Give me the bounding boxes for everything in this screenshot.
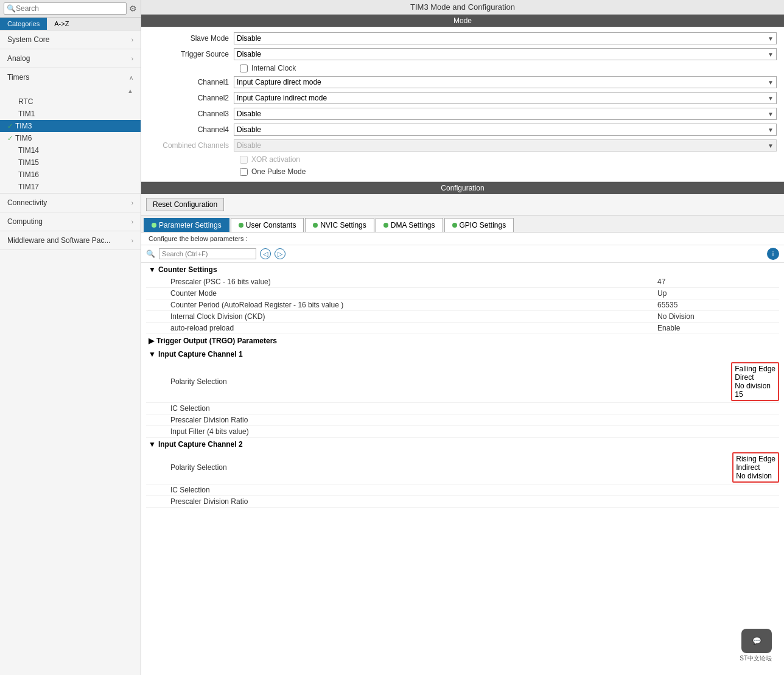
channel2-label: Channel2: [149, 94, 234, 102]
tab-user-constants[interactable]: User Constants: [231, 218, 304, 232]
combined-channels-select: Disable ▼: [234, 139, 777, 152]
check-icon-tim3: ✓: [7, 122, 13, 130]
trigger-source-label: Trigger Source: [149, 50, 234, 58]
param-value-prescaler-ch1: No division: [735, 382, 775, 390]
channel3-select[interactable]: Disable ▼: [234, 108, 777, 120]
chevron-right-icon: ›: [131, 200, 133, 206]
collapse-icon[interactable]: ▲: [127, 88, 133, 94]
chat-icon-symbol: 💬: [752, 637, 761, 645]
sidebar-item-timers[interactable]: Timers ∧: [0, 68, 141, 86]
param-prescaler: Prescaler (PSC - 16 bits value) 47: [146, 276, 779, 288]
sidebar-item-tim16[interactable]: TIM16: [0, 169, 141, 181]
channel1-select[interactable]: Input Capture direct mode ▼: [234, 76, 777, 88]
param-ckd: Internal Clock Division (CKD) No Divisio…: [146, 311, 779, 323]
internal-clock-label: Internal Clock: [251, 64, 296, 72]
sidebar-item-label-computing: Computing: [7, 217, 43, 226]
group-trgo[interactable]: ▶ Trigger Output (TRGO) Parameters: [146, 334, 779, 348]
sidebar-item-tim17[interactable]: TIM17: [0, 181, 141, 193]
chevron-right-icon: ›: [131, 37, 133, 43]
param-prescaler-ch2: Prescaler Division Ratio: [146, 496, 779, 508]
xor-activation-row: XOR activation: [149, 153, 777, 166]
timers-sub-items: ▲ RTC TIM1 ✓ TIM3 ✓ TIM6 TIM14 TIM15: [0, 86, 141, 193]
search-input[interactable]: [16, 4, 124, 13]
dropdown-arrow-icon: ▼: [768, 35, 774, 42]
sidebar-item-label-connectivity: Connectivity: [7, 198, 47, 207]
info-icon[interactable]: i: [767, 248, 779, 260]
tab-categories[interactable]: Categories: [0, 18, 47, 30]
param-value-counter-period: 65535: [657, 301, 779, 309]
gear-icon[interactable]: ⚙: [129, 4, 137, 13]
dropdown-arrow-icon: ▼: [768, 79, 774, 86]
tim3-label: TIM3: [15, 122, 32, 130]
param-name-polarity-ch1: Polarity Selection: [170, 377, 731, 386]
trigger-source-value: Disable: [237, 50, 261, 58]
section-timers: Timers ∧ ▲ RTC TIM1 ✓ TIM3 ✓ TIM6 TIM14: [0, 68, 141, 194]
param-value-polarity-ch1: Falling Edge: [735, 365, 775, 373]
param-counter-period: Counter Period (AutoReload Register - 16…: [146, 299, 779, 311]
reset-config-button[interactable]: Reset Configuration: [146, 198, 224, 211]
channel4-row: Channel4 Disable ▼: [149, 122, 777, 138]
tab-nvic-settings[interactable]: NVIC Settings: [305, 218, 374, 232]
slave-mode-value: Disable: [237, 34, 261, 43]
sidebar-item-rtc[interactable]: RTC: [0, 96, 141, 108]
section-analog: Analog ›: [0, 49, 141, 68]
sidebar-item-label-middleware: Middleware and Software Pac...: [7, 236, 110, 245]
tim14-label: TIM14: [18, 146, 39, 155]
chat-bubble[interactable]: 💬 ST中文论坛: [740, 629, 772, 663]
chat-icon[interactable]: 💬: [741, 629, 772, 653]
group-counter-settings[interactable]: ▼ Counter Settings: [146, 263, 779, 276]
expand-icon: ▶: [149, 337, 154, 345]
tab-atoz[interactable]: A->Z: [47, 18, 76, 30]
config-search-input[interactable]: [159, 248, 256, 259]
search-icon: 🔍: [146, 250, 155, 258]
sidebar-item-tim6[interactable]: ✓ TIM6: [0, 132, 141, 144]
sidebar-item-tim1[interactable]: TIM1: [0, 108, 141, 120]
param-name-counter-mode: Counter Mode: [170, 289, 657, 298]
tim17-label: TIM17: [18, 183, 39, 191]
next-icon[interactable]: ▷: [275, 248, 285, 259]
chevron-down-icon: ∧: [129, 74, 133, 81]
param-value-polarity-ch2: Rising Edge: [736, 455, 775, 463]
tab-dma-settings[interactable]: DMA Settings: [376, 218, 443, 232]
group-ic-channel1[interactable]: ▼ Input Capture Channel 1: [146, 348, 779, 361]
xor-activation-checkbox: [240, 156, 248, 164]
check-icon-tim6: ✓: [7, 135, 13, 142]
channel4-select[interactable]: Disable ▼: [234, 124, 777, 136]
config-section-header: Configuration: [141, 182, 784, 194]
param-value-prescaler: 47: [657, 278, 779, 286]
param-value-ic-sel-ch1: Direct: [735, 373, 775, 382]
dot-icon: [152, 223, 156, 228]
param-counter-mode: Counter Mode Up: [146, 288, 779, 299]
trigger-source-select[interactable]: Disable ▼: [234, 48, 777, 60]
group-ic-channel2[interactable]: ▼ Input Capture Channel 2: [146, 438, 779, 451]
chat-label: ST中文论坛: [740, 654, 772, 663]
mode-panel: Mode Slave Mode Disable ▼ Trigger Source…: [141, 15, 784, 181]
group-label-trgo: Trigger Output (TRGO) Parameters: [156, 337, 277, 345]
collapse-icon: ▼: [149, 440, 156, 449]
one-pulse-label: One Pulse Mode: [251, 167, 306, 176]
one-pulse-checkbox[interactable]: [240, 168, 248, 176]
sidebar-item-computing[interactable]: Computing ›: [0, 212, 141, 231]
sidebar-item-tim14[interactable]: TIM14: [0, 144, 141, 156]
param-name-autoreload-preload: auto-reload preload: [170, 324, 657, 332]
sidebar-item-system-core[interactable]: System Core ›: [0, 30, 141, 49]
prev-icon[interactable]: ◁: [260, 248, 271, 259]
sidebar-item-tim3[interactable]: ✓ TIM3: [0, 120, 141, 132]
slave-mode-select[interactable]: Disable ▼: [234, 32, 777, 44]
channel2-select[interactable]: Input Capture indirect mode ▼: [234, 92, 777, 104]
tab-gpio-settings[interactable]: GPIO Settings: [444, 218, 514, 232]
dot-icon: [383, 223, 388, 228]
dropdown-arrow-icon: ▼: [768, 142, 774, 149]
sidebar-item-tim15[interactable]: TIM15: [0, 156, 141, 169]
tim16-label: TIM16: [18, 170, 39, 179]
internal-clock-checkbox[interactable]: [240, 65, 248, 72]
channel1-row: Channel1 Input Capture direct mode ▼: [149, 74, 777, 90]
sidebar-item-analog[interactable]: Analog ›: [0, 49, 141, 68]
sidebar-item-middleware[interactable]: Middleware and Software Pac... ›: [0, 231, 141, 250]
tab-parameter-settings[interactable]: Parameter Settings: [144, 218, 229, 232]
param-value-ckd: No Division: [657, 312, 779, 321]
combined-channels-row: Combined Channels Disable ▼: [149, 138, 777, 153]
chevron-right-icon: ›: [131, 237, 133, 244]
sidebar-item-connectivity[interactable]: Connectivity ›: [0, 194, 141, 212]
dropdown-arrow-icon: ▼: [768, 111, 774, 117]
